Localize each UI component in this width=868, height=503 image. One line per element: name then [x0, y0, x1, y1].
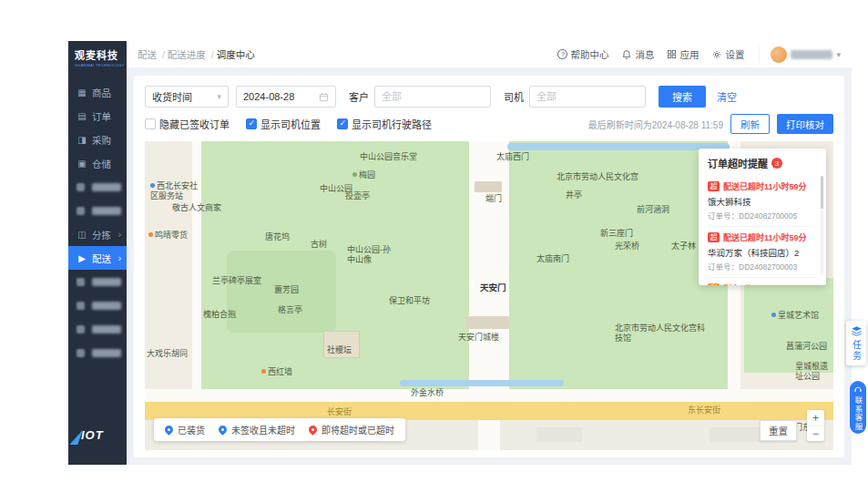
customer-input[interactable] [374, 86, 491, 108]
timeout-reminder-panel: 订单超时提醒 3 超 配送已超时11小时59分 [699, 149, 826, 285]
timeout-order-card[interactable]: 超 配送已超时11小时59分 华润万家（科技园店）2 订单号：DD2408270… [708, 226, 815, 277]
date-picker[interactable]: 2024-08-28 [236, 86, 336, 108]
checkbox-label: 显示司机位置 [260, 117, 321, 131]
sidebar-item[interactable] [68, 199, 127, 222]
map-label: 古树 [311, 240, 327, 250]
zoom-in-button[interactable]: + [807, 410, 824, 426]
order-icon: ▤ [77, 111, 87, 121]
print-check-button[interactable]: 打印核对 [777, 114, 833, 134]
checkbox[interactable]: 显示司机行驶路径 [337, 117, 432, 131]
breadcrumb-item[interactable]: 配送进度 [168, 47, 217, 61]
sidebar-item[interactable]: ◨ 采购 [68, 128, 127, 151]
map-label: 皇城根遗址公园 [795, 362, 833, 382]
redacted-label [92, 207, 121, 215]
driver-label: 司机 [504, 89, 524, 104]
sidebar-item[interactable] [68, 175, 127, 199]
header-actions: 帮助中心 消息 应用 设置 [545, 46, 841, 63]
driver-input[interactable] [529, 86, 646, 108]
iot-logo-swoosh [68, 443, 124, 459]
clear-button[interactable]: 清空 [717, 89, 737, 104]
sidebar-item[interactable]: ▦ 商品 [68, 80, 127, 104]
overdue-tag: 超 [708, 181, 720, 191]
task-float-button[interactable]: 任务 [846, 321, 866, 365]
map-label: 中山公园音乐堂 [360, 152, 417, 162]
map-road-pre-band [145, 389, 833, 402]
sidebar-item-label: 配送 [92, 252, 118, 265]
map-label: 敬古人文商家 [172, 203, 221, 213]
storage-icon: ▣ [77, 159, 87, 169]
checkbox[interactable]: 显示司机位置 [246, 117, 321, 131]
customer-name: 饿大狮科技 [708, 195, 815, 208]
time-type-select[interactable]: 收货时间 ▾ [145, 86, 229, 108]
breadcrumb-item[interactable]: 配送 [138, 47, 168, 61]
top-bar: 配送配送进度调度中心 帮助中心 消息 应用 [127, 41, 852, 68]
sidebar-item[interactable] [68, 341, 127, 364]
legend-item: 即将超时或已超时 [309, 423, 394, 436]
map-label: 社稷坛 [327, 345, 352, 355]
chevron-right-icon: › [118, 230, 121, 240]
sidebar-item[interactable] [68, 293, 127, 317]
menu-icon [77, 325, 85, 334]
map-label: 格言亭 [278, 305, 302, 315]
timeout-order-card[interactable]: 超 配送已超时11小时59分 饿大狮科技 订单号：DD24082700005 [708, 176, 815, 226]
pin-icon [163, 424, 175, 436]
map-duanmen-building [475, 181, 502, 192]
sidebar-item[interactable]: ◫ 分拣 › [68, 222, 127, 246]
customer-label: 客户 [349, 89, 369, 104]
user-menu[interactable]: ▾ [759, 46, 841, 63]
legend-label: 已装货 [178, 423, 205, 436]
sidebar-item[interactable]: ▣ 仓储 [68, 151, 127, 175]
menu-icon [77, 278, 85, 286]
map-legend: 已装货 未签收且未超时 即将超时或已超时 [154, 418, 405, 441]
content-area: 收货时间 ▾ 2024-08-28 客户 司机 搜索 清空 [127, 68, 852, 465]
redacted-label [92, 183, 121, 191]
sorting-icon: ◫ [77, 230, 87, 240]
map-building [536, 427, 582, 442]
map-label: 北京市劳动人民文化宫科技馆 [615, 323, 708, 344]
apps-button[interactable]: 应用 [667, 47, 699, 61]
map-label: 太子林 [671, 241, 696, 252]
timeout-panel-header: 订单超时提醒 3 [708, 156, 815, 170]
search-button[interactable]: 搜索 [659, 86, 706, 108]
map-label: 中山公园-孙中山像 [347, 245, 394, 265]
question-circle-icon [557, 49, 567, 59]
avatar [771, 46, 787, 63]
sidebar-item[interactable]: ▶ 配送 › [68, 246, 127, 270]
map-label: 皇城艺术馆 [771, 311, 819, 321]
sidebar-item-label: 订单 [92, 109, 121, 123]
timeout-order-card[interactable]: 剩 剩余0分 华润万家（科技园店）2 [708, 277, 815, 285]
goods-icon: ▦ [77, 87, 87, 98]
breadcrumb-item[interactable]: 调度中心 [217, 47, 255, 61]
checkbox[interactable]: 隐藏已签收订单 [145, 117, 230, 131]
checkbox-label: 隐藏已签收订单 [159, 117, 230, 131]
messages-button[interactable]: 消息 [621, 47, 654, 61]
map-label: 光荣桥 [615, 241, 639, 252]
scrollbar-thumb[interactable] [821, 176, 823, 209]
sidebar-item[interactable] [68, 270, 127, 293]
menu-icon [77, 302, 85, 310]
panel-scrollbar[interactable] [821, 176, 823, 274]
sidebar-item[interactable] [68, 317, 127, 341]
help-center-button[interactable]: 帮助中心 [557, 47, 608, 61]
map-canvas[interactable]: 中山公园音乐堂梅园太庙西门北京市劳动人民文化宫井亭中山公园投壶亭西北长安社区服务… [145, 141, 833, 450]
redacted-label [92, 325, 121, 334]
zoom-out-button[interactable]: − [807, 426, 824, 441]
timeout-order-list: 超 配送已超时11小时59分 饿大狮科技 订单号：DD24082700005 [708, 176, 815, 285]
sidebar-item-label: 采购 [92, 133, 121, 147]
sidebar-item[interactable]: ▤ 订单 [68, 104, 127, 128]
checkbox-box [337, 118, 348, 129]
map-label: 井亭 [566, 190, 582, 200]
refresh-button[interactable]: 刷新 [730, 114, 770, 134]
customer-service-button[interactable]: 联系客服 [850, 381, 866, 434]
redacted-label [92, 349, 121, 357]
sidebar: 观麦科技 GUANMAI TECHNOLOGY ▦ 商品 ▤ 订单 [68, 41, 127, 465]
map-road-vertical-west [192, 141, 201, 402]
sidebar-menu: ▦ 商品 ▤ 订单 ◨ 采购 [68, 80, 127, 364]
map-label: 太庙西门 [496, 152, 529, 162]
map-axis-road [469, 141, 509, 402]
map-label: 投壶亭 [345, 191, 370, 201]
gear-icon [711, 49, 722, 60]
settings-button[interactable]: 设置 [711, 47, 744, 61]
reset-button[interactable]: 重置 [760, 420, 797, 441]
checkbox-box [145, 118, 156, 129]
